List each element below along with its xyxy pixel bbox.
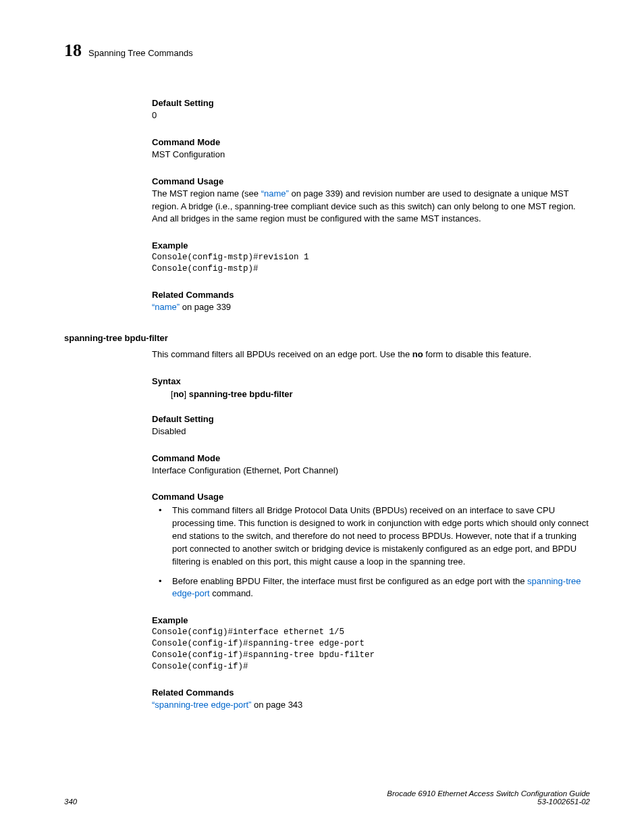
command-usage-text: The MST region name (see “name” on page … [152, 188, 590, 226]
command-usage-heading: Command Usage [152, 176, 590, 186]
example-heading-2: Example [152, 615, 590, 625]
command-description: This command filters all BPDUs received … [152, 348, 590, 361]
example-heading: Example [152, 240, 590, 251]
syntax-heading: Syntax [152, 376, 590, 386]
command-mode-heading: Command Mode [152, 137, 590, 147]
footer-right: Brocade 6910 Ethernet Access Switch Conf… [387, 789, 590, 806]
related-rest-2: on page 343 [251, 700, 302, 710]
desc-bold: no [412, 349, 423, 359]
list-item: Before enabling BPDU Filter, the interfa… [152, 575, 590, 601]
page-number: 340 [64, 798, 77, 806]
name-link[interactable]: “name” [261, 188, 289, 199]
page: 18 Spanning Tree Commands Default Settin… [0, 0, 644, 834]
edge-port-link-2[interactable]: “spanning-tree edge-port” [152, 700, 251, 710]
related-commands-heading: Related Commands [152, 290, 590, 300]
desc-post: form to disable this feature. [423, 349, 531, 359]
syntax-line: [no] spanning-tree bpdu-filter [171, 389, 590, 399]
example-code: Console(config-mstp)#revision 1 Console(… [152, 252, 590, 275]
usage-bullet-list: This command filters all Bridge Protocol… [152, 504, 590, 600]
default-setting-value: 0 [152, 109, 590, 122]
chapter-title: Spanning Tree Commands [88, 48, 193, 58]
chapter-number: 18 [64, 41, 82, 61]
page-footer: 340 Brocade 6910 Ethernet Access Switch … [64, 789, 590, 806]
syntax-rest: spanning-tree bpdu-filter [189, 389, 293, 399]
default-setting-value-2: Disabled [152, 425, 590, 438]
related-commands-heading-2: Related Commands [152, 687, 590, 698]
bullet2-post: command. [210, 588, 253, 598]
chapter-header: 18 Spanning Tree Commands [64, 41, 590, 61]
doc-title: Brocade 6910 Ethernet Access Switch Conf… [387, 789, 590, 798]
command-mode-value-2: Interface Configuration (Ethernet, Port … [152, 465, 590, 477]
syntax-no: no [173, 389, 184, 399]
command-name-heading: spanning-tree bpdu-filter [64, 333, 590, 343]
related-commands-text: “name” on page 339 [152, 301, 590, 314]
content-block-1: Default Setting 0 Command Mode MST Confi… [152, 98, 590, 314]
related-commands-text-2: “spanning-tree edge-port” on page 343 [152, 699, 590, 712]
command-mode-value: MST Configuration [152, 149, 590, 161]
command-mode-heading-2: Command Mode [152, 453, 590, 463]
usage-pre: The MST region name (see [152, 188, 261, 199]
related-rest: on page 339 [180, 302, 231, 312]
doc-id: 53-1002651-02 [387, 798, 590, 806]
default-setting-heading: Default Setting [152, 98, 590, 108]
list-item: This command filters all Bridge Protocol… [152, 504, 590, 568]
default-setting-heading-2: Default Setting [152, 414, 590, 424]
bullet1-text: This command filters all Bridge Protocol… [172, 505, 589, 566]
desc-pre: This command filters all BPDUs received … [152, 349, 412, 359]
command-usage-heading-2: Command Usage [152, 492, 590, 502]
bullet2-pre: Before enabling BPDU Filter, the interfa… [172, 576, 527, 586]
example-code-2: Console(config)#interface ethernet 1/5 C… [152, 627, 590, 673]
content-block-2: This command filters all BPDUs received … [152, 348, 590, 712]
syntax-bracket-close: ] [184, 389, 189, 399]
name-link-2[interactable]: “name” [152, 302, 180, 312]
